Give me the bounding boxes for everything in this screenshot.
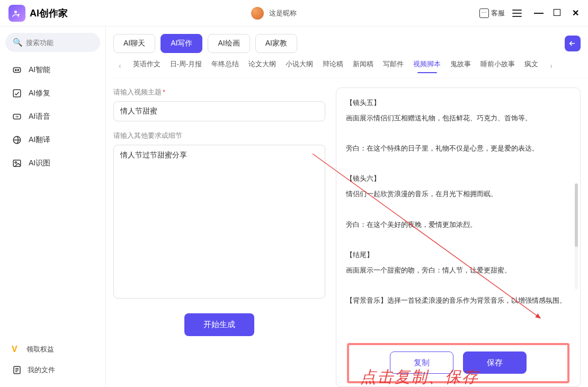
save-button[interactable]: 保存 (463, 351, 527, 374)
sidebar: 🔍 AI智能 AI修复 AI语音 AI翻译 AI识图 V 领取权益 (0, 27, 106, 387)
main-panel: AI聊天 AI写作 AI绘画 AI家教 ‹ 英语作文 日-周-月报 年终总结 论… (106, 27, 588, 387)
output-column: 【镜头五】 画面展示情侣们互相赠送礼物，包括鲜花、巧克力、首饰等。 旁白：在这个… (336, 87, 581, 387)
sidebar-item-ai-voice[interactable]: AI语音 (5, 106, 100, 127)
svg-rect-8 (13, 160, 21, 166)
copy-button[interactable]: 复制 (390, 351, 453, 374)
search-wrap[interactable]: 🔍 (5, 33, 100, 52)
voice-icon (12, 111, 22, 122)
sidebar-files[interactable]: 我的文件 (5, 359, 100, 381)
subtab-news[interactable]: 新闻稿 (353, 59, 373, 72)
back-button[interactable] (565, 36, 581, 51)
sidebar-item-ai-repair[interactable]: AI修复 (5, 83, 100, 104)
scrollbar[interactable] (575, 183, 578, 289)
app-logo-icon (8, 5, 25, 22)
sidebar-item-ai-image[interactable]: AI识图 (5, 153, 100, 174)
service-button[interactable]: 客服 (479, 8, 505, 18)
action-row: 复制 保存 (346, 343, 571, 379)
subtab-bedtime[interactable]: 睡前小故事 (480, 59, 515, 72)
sidebar-item-label: AI识图 (29, 159, 50, 168)
main-tabs-row: AI聊天 AI写作 AI绘画 AI家教 (113, 34, 588, 53)
subtab-video-script[interactable]: 视频脚本 (413, 59, 441, 72)
subtab-summary[interactable]: 年终总结 (211, 59, 239, 72)
titlebar: AI创作家 这是昵称 客服 — ✕ (0, 0, 588, 27)
form-column: 请输入视频主题* 请输入其他要求或细节 开始生成 (113, 87, 325, 387)
minimize-button[interactable]: — (534, 9, 543, 17)
search-input[interactable] (26, 39, 115, 47)
svg-point-3 (15, 69, 16, 71)
sidebar-item-ai-translate[interactable]: AI翻译 (5, 129, 100, 151)
topic-input[interactable] (113, 101, 325, 121)
svg-rect-5 (13, 90, 21, 97)
vip-icon: V (12, 345, 21, 354)
nickname-text: 这是昵称 (269, 8, 297, 18)
subtab-report[interactable]: 日-周-月报 (170, 59, 202, 72)
smart-icon (12, 65, 22, 75)
sidebar-item-ai-smart[interactable]: AI智能 (5, 59, 100, 81)
service-label: 客服 (491, 8, 505, 18)
chevron-right-icon[interactable]: › (548, 61, 555, 70)
close-button[interactable]: ✕ (571, 9, 580, 17)
topic-label: 请输入视频主题* (113, 87, 325, 97)
tab-draw[interactable]: AI绘画 (208, 34, 250, 53)
chevron-left-icon[interactable]: ‹ (117, 61, 123, 70)
maximize-button[interactable] (554, 9, 560, 16)
sidebar-item-label: AI修复 (29, 89, 50, 98)
detail-textarea[interactable] (113, 145, 325, 298)
tab-write[interactable]: AI写作 (161, 34, 202, 53)
subtab-email[interactable]: 写邮件 (383, 59, 404, 72)
subtab-novel[interactable]: 小说大纲 (286, 59, 313, 72)
output-text: 【镜头五】 画面展示情侣们互相赠送礼物，包括鲜花、巧克力、首饰等。 旁白：在这个… (346, 96, 571, 343)
hamburger-icon[interactable] (512, 10, 522, 17)
repair-icon (12, 88, 22, 99)
translate-icon (12, 135, 22, 145)
subtab-essay[interactable]: 英语作文 (133, 59, 161, 72)
sidebar-rights[interactable]: V 领取权益 (5, 339, 100, 359)
tab-tutor[interactable]: AI家教 (255, 34, 297, 53)
files-label: 我的文件 (28, 365, 55, 375)
image-icon (12, 158, 22, 169)
search-icon: 🔍 (13, 38, 23, 47)
svg-point-9 (15, 162, 16, 163)
sub-tabs-row: ‹ 英语作文 日-周-月报 年终总结 论文大纲 小说大纲 辩论稿 新闻稿 写邮件… (113, 59, 588, 78)
detail-label: 请输入其他要求或细节 (113, 131, 325, 140)
svg-point-0 (14, 11, 17, 13)
svg-rect-2 (13, 68, 21, 73)
rights-label: 领取权益 (26, 345, 54, 354)
subtab-debate[interactable]: 辩论稿 (323, 59, 343, 72)
chat-icon (479, 8, 489, 18)
sidebar-item-label: AI智能 (29, 65, 50, 75)
subtab-thesis[interactable]: 论文大纲 (248, 59, 276, 72)
app-title: AI创作家 (30, 7, 68, 20)
svg-point-4 (17, 69, 19, 71)
sidebar-item-label: AI翻译 (29, 135, 50, 145)
generate-button[interactable]: 开始生成 (184, 313, 254, 336)
tab-chat[interactable]: AI聊天 (113, 34, 155, 53)
subtab-ghost[interactable]: 鬼故事 (450, 59, 471, 72)
avatar[interactable] (251, 7, 264, 20)
subtab-crazy[interactable]: 疯文 (524, 59, 538, 72)
sidebar-item-label: AI语音 (29, 112, 50, 121)
file-icon (12, 365, 22, 375)
